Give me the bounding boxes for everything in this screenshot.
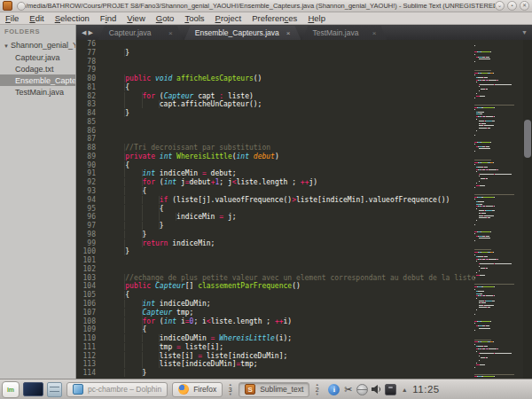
network-icon[interactable] bbox=[356, 384, 368, 395]
code-line[interactable]: 99 return indiceMin; bbox=[76, 239, 532, 248]
maximize-button[interactable]: • bbox=[507, 1, 517, 11]
show-desktop-icon[interactable] bbox=[23, 382, 43, 396]
code-line[interactable]: 80 public void afficheLesCapteurs() bbox=[76, 74, 532, 83]
code-line[interactable]: 77 } bbox=[76, 49, 532, 58]
code-text: liste[i] = liste[indiceDuMin]; bbox=[108, 352, 287, 361]
task-group-spinner[interactable]: ▲3▼ bbox=[226, 383, 234, 396]
code-line[interactable]: 84 } bbox=[76, 109, 532, 118]
update-notifier-icon[interactable]: i bbox=[328, 384, 340, 395]
code-line[interactable]: 78 bbox=[76, 58, 532, 66]
code-line[interactable]: 101 bbox=[76, 256, 532, 265]
code-line[interactable]: 81 { bbox=[76, 83, 532, 92]
code-text: } bbox=[108, 247, 129, 256]
code-line[interactable]: 111 tmp = liste[i]; bbox=[76, 343, 532, 352]
minimap-line bbox=[473, 171, 522, 172]
code-line[interactable]: 107 Capteur tmp; bbox=[76, 309, 532, 317]
code-line[interactable]: 102 bbox=[76, 265, 532, 274]
code-line[interactable]: 104 public Capteur[] classementParFreque… bbox=[76, 282, 532, 291]
minimap-line bbox=[473, 80, 522, 81]
code-line[interactable]: 87 bbox=[76, 135, 532, 144]
sidebar-item-testmain-java[interactable]: TestMain.java bbox=[0, 86, 75, 98]
code-text: { bbox=[108, 83, 129, 92]
code-line[interactable]: 110 indiceDuMin = WhereisLittle(i); bbox=[76, 334, 532, 343]
window-menu-icon[interactable] bbox=[17, 2, 26, 11]
tab-ensemble-capteurs-java[interactable]: Ensemble_Capteurs.java× bbox=[184, 26, 301, 40]
sidebar-item-ensemble-capteurs-java[interactable]: Ensemble_Capteurs.java bbox=[0, 74, 75, 86]
code-line[interactable]: 93 { bbox=[76, 187, 532, 196]
close-icon[interactable]: × bbox=[286, 29, 291, 37]
minimap-line bbox=[473, 259, 522, 260]
code-line[interactable]: 112 liste[i] = liste[indiceDuMin]; bbox=[76, 352, 532, 361]
code-line[interactable]: 108 for (int i=0; i<liste.length ; ++i) bbox=[76, 317, 532, 326]
code-line[interactable]: 90 { bbox=[76, 161, 532, 170]
menu-goto[interactable]: Goto bbox=[151, 13, 180, 23]
taskbar-button-sublime-text[interactable]: SSublime_text bbox=[239, 382, 309, 397]
code-line[interactable]: 79 bbox=[76, 66, 532, 74]
code-line[interactable]: 91 int indiceMin = debut; bbox=[76, 169, 532, 178]
code-line[interactable]: 86 bbox=[76, 127, 532, 136]
sidebar-item-capteur-java[interactable]: Capteur.java bbox=[0, 51, 75, 63]
minimap-line bbox=[473, 146, 522, 147]
code-text: private int WhereisLittle(int debut) bbox=[108, 153, 279, 161]
minimap-line bbox=[473, 346, 522, 347]
code-line[interactable]: 88 //Tri decroissant par substitution bbox=[76, 144, 532, 153]
menu-view[interactable]: View bbox=[121, 13, 150, 23]
tab-overflow-icon[interactable]: ▼ bbox=[521, 29, 528, 35]
tab-scroll-arrows[interactable]: ◀▶ bbox=[76, 29, 98, 40]
scrollbar-thumb[interactable] bbox=[524, 120, 531, 158]
code-line[interactable]: 114 } bbox=[76, 369, 532, 378]
menu-file[interactable]: File bbox=[0, 13, 24, 23]
minimize-button[interactable]: ⌄ bbox=[495, 1, 505, 11]
tab-capteur-java[interactable]: Capteur.java× bbox=[98, 26, 184, 40]
code-line[interactable]: 76 bbox=[76, 40, 532, 49]
panel-hide-arrow-icon[interactable]: ▴ bbox=[403, 386, 406, 394]
tab-testmain-java[interactable]: TestMain.java× bbox=[301, 26, 387, 40]
taskbar-button-pc-chambre-dolphin[interactable]: pc-chambre – Dolphin bbox=[66, 382, 168, 397]
menu-selection[interactable]: Selection bbox=[50, 13, 95, 23]
menu-help[interactable]: Help bbox=[302, 13, 331, 23]
minimap-line bbox=[473, 317, 522, 317]
code-line[interactable]: 96 indiceMin = j; bbox=[76, 213, 532, 222]
code-line[interactable]: 94 if (liste[j].valueofFrequence()>liste… bbox=[76, 196, 532, 205]
menu-edit[interactable]: Edit bbox=[24, 13, 49, 23]
clipboard-scissors-icon[interactable]: ✂ bbox=[342, 384, 354, 395]
menu-tools[interactable]: Tools bbox=[179, 13, 209, 23]
volume-icon[interactable] bbox=[371, 384, 382, 395]
code-editor[interactable]: 7677 }787980 public void afficheLesCapte… bbox=[76, 40, 532, 379]
code-area[interactable]: 7677 }787980 public void afficheLesCapte… bbox=[76, 40, 532, 378]
code-line[interactable]: 85 bbox=[76, 118, 532, 127]
chevron-down-icon[interactable]: ▼ bbox=[4, 43, 9, 49]
code-line[interactable]: 100 } bbox=[76, 247, 532, 256]
code-line[interactable]: 106 int indiceDuMin; bbox=[76, 300, 532, 309]
minimap-line bbox=[473, 153, 522, 154]
vertical-scrollbar[interactable] bbox=[523, 40, 532, 379]
close-icon[interactable]: × bbox=[372, 29, 377, 37]
task-group-spinner[interactable]: ▲2▼ bbox=[313, 383, 321, 396]
code-line[interactable]: 113 liste[indiceDuMin]=tmp; bbox=[76, 360, 532, 369]
code-line[interactable]: 109 { bbox=[76, 325, 532, 334]
start-menu-button[interactable]: lm bbox=[2, 381, 20, 398]
minimap-line bbox=[473, 243, 522, 244]
close-icon[interactable]: × bbox=[168, 29, 173, 37]
code-line[interactable]: 92 for (int j=debut+1; j<liste.length ; … bbox=[76, 178, 532, 187]
sidebar-folder-root[interactable]: ▼Shannon_genial_YAOUH! bbox=[0, 39, 75, 51]
code-line[interactable]: 89 private int WhereisLittle(int debut) bbox=[76, 153, 532, 161]
code-line[interactable]: 105 { bbox=[76, 291, 532, 300]
klipper-icon[interactable] bbox=[385, 384, 396, 395]
close-button[interactable]: ✕ bbox=[520, 1, 529, 11]
code-line[interactable]: 98 } bbox=[76, 231, 532, 239]
code-line[interactable]: 97 } bbox=[76, 222, 532, 231]
code-line[interactable]: 95 { bbox=[76, 205, 532, 214]
taskbar-button-firefox[interactable]: Firefox bbox=[172, 382, 223, 397]
code-line[interactable]: 103 //echange de plus petite valeur avec… bbox=[76, 274, 532, 283]
sidebar-item-codage-txt[interactable]: Codage.txt bbox=[0, 63, 75, 74]
minimap-line bbox=[473, 374, 522, 375]
file-tree: Capteur.javaCodage.txtEnsemble_Capteurs.… bbox=[0, 51, 75, 98]
code-line[interactable]: 83 capt.afficheUnCapteur(); bbox=[76, 100, 532, 109]
menu-project[interactable]: Project bbox=[210, 13, 247, 23]
minimap[interactable] bbox=[473, 40, 522, 379]
menu-preferences[interactable]: Preferences bbox=[246, 13, 302, 23]
menu-find[interactable]: Find bbox=[95, 13, 122, 23]
file-manager-icon[interactable] bbox=[47, 382, 62, 397]
code-line[interactable]: 82 for (Capteur capt : liste) bbox=[76, 92, 532, 101]
